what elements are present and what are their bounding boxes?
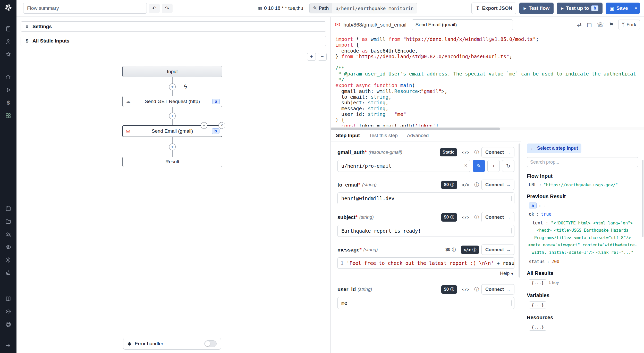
undo-button[interactable]: ↶	[149, 4, 160, 13]
static-mode-pill[interactable]: $0ⓘ	[441, 181, 457, 189]
box-icon[interactable]: ▢	[587, 22, 592, 28]
step-name-input[interactable]	[412, 19, 513, 30]
object-badge[interactable]: {...}	[529, 279, 546, 286]
flow-settings-button[interactable]: ≡ Settings	[21, 21, 326, 32]
object-badge[interactable]: {...}	[529, 301, 546, 308]
delete-node-icon[interactable]: ×	[218, 122, 225, 129]
flag-icon[interactable]: ⚑	[609, 22, 614, 28]
variables-dollar-icon[interactable]: $	[4, 99, 12, 107]
test-flow-button[interactable]: ▶ Test flow	[519, 3, 554, 14]
insert-step-button[interactable]: +	[169, 113, 176, 119]
flow-summary-input[interactable]	[23, 3, 147, 14]
prop-row-text[interactable]: text : "<!DOCTYPE html> <html lang="en">…	[527, 219, 638, 256]
all-static-inputs-button[interactable]: $ All Static Inputs	[21, 36, 326, 46]
connect-button[interactable]: Connect→	[481, 212, 514, 222]
code-mode-toggle[interactable]: </>	[460, 285, 472, 293]
code-mode-toggle[interactable]: </>	[460, 148, 472, 156]
apps-icon[interactable]	[4, 112, 12, 120]
info-icon[interactable]: ⓘ	[474, 286, 479, 292]
clear-icon[interactable]: ×	[464, 163, 467, 169]
export-json-button[interactable]: ↧ Export JSON	[471, 3, 516, 14]
resources-row[interactable]: {...}	[527, 324, 638, 331]
zoom-in-button[interactable]: +	[307, 53, 316, 61]
runs-play-icon[interactable]	[4, 86, 12, 94]
static-mode-pill[interactable]: $0ⓘ	[441, 285, 457, 294]
redo-button[interactable]: ↷	[162, 4, 173, 13]
phone-icon[interactable]: ☏	[597, 22, 604, 28]
insert-step-button[interactable]: +	[169, 144, 176, 150]
tab-step-input[interactable]: Step Input	[336, 133, 360, 141]
path-widget[interactable]: ✎ Path u/henri/earthquake_monitorin	[309, 3, 417, 13]
code-editor[interactable]: import * as wmill from "https://deno.lan…	[331, 33, 644, 127]
insert-step-button[interactable]: +	[169, 83, 176, 90]
object-badge[interactable]: {...}	[529, 324, 546, 331]
connect-button[interactable]: Connect→	[481, 147, 514, 157]
connect-button[interactable]: Connect→	[481, 180, 514, 190]
discord-icon[interactable]	[4, 308, 12, 315]
static-mode-pill[interactable]: $0ⓘ	[441, 213, 457, 222]
expand-sidebar-icon[interactable]	[4, 342, 12, 349]
move-node-icon[interactable]: +	[201, 122, 207, 129]
prop-row-ok[interactable]: ok : true	[527, 212, 638, 217]
connect-button[interactable]: Connect→	[481, 284, 514, 295]
variables-row[interactable]: {...}	[527, 301, 638, 308]
audit-eye-icon[interactable]	[4, 243, 12, 251]
resize-handle-icon[interactable]	[511, 300, 512, 306]
test-up-to-button[interactable]: ▶ Test up to b	[557, 3, 603, 14]
static-mode-pill[interactable]: Static	[440, 148, 457, 156]
vertical-scrollbar[interactable]	[642, 160, 643, 237]
zoom-out-button[interactable]: −	[318, 53, 327, 61]
user-icon[interactable]	[4, 38, 12, 45]
search-prop-input[interactable]	[527, 157, 638, 167]
clipboard-icon[interactable]	[4, 25, 12, 32]
swap-icon[interactable]: ⇄	[577, 22, 582, 28]
groups-icon[interactable]	[4, 230, 12, 238]
expression-code[interactable]: 'Feel free to check out the latest repor…	[346, 260, 514, 266]
save-dropdown-button[interactable]: ▾	[632, 3, 640, 14]
add-resource-button[interactable]: +	[487, 160, 500, 172]
prop-row-a[interactable]: a : -	[527, 203, 638, 208]
node-http-step[interactable]: ☁ Send GET Request (http) a	[122, 96, 222, 107]
windmill-logo[interactable]	[4, 3, 13, 12]
save-button[interactable]: ▣ Save	[606, 3, 632, 14]
vertical-scrollbar[interactable]	[519, 144, 520, 278]
edit-resource-button[interactable]: ✎	[473, 160, 485, 172]
fork-button[interactable]: ᛘ Fork	[618, 20, 640, 30]
refresh-resource-button[interactable]: ↻	[502, 160, 514, 172]
folders-icon[interactable]	[4, 217, 12, 225]
github-icon[interactable]	[4, 321, 12, 328]
error-handler-toggle[interactable]	[204, 340, 217, 347]
info-icon[interactable]: ⓘ	[474, 214, 479, 220]
tab-test-this-step[interactable]: Test this step	[369, 133, 398, 141]
connect-button[interactable]: Connect→	[481, 245, 514, 255]
info-icon[interactable]: ⓘ	[474, 149, 479, 155]
user-id-input[interactable]	[337, 297, 514, 309]
home-icon[interactable]	[4, 73, 12, 81]
subject-input[interactable]	[337, 225, 514, 237]
schedules-calendar-icon[interactable]	[4, 205, 12, 212]
code-mode-toggle[interactable]: </>ⓘ	[461, 246, 479, 254]
static-mode-pill[interactable]: $0ⓘ	[443, 246, 459, 254]
gear-icon[interactable]	[4, 256, 12, 264]
tab-advanced[interactable]: Advanced	[407, 133, 429, 141]
resize-handle-icon[interactable]	[511, 196, 512, 201]
docs-book-icon[interactable]	[4, 295, 12, 302]
scrollbar-thumb[interactable]	[331, 128, 500, 130]
all-results-row[interactable]: {...} 1 key	[527, 279, 638, 286]
code-mode-toggle[interactable]: </>	[460, 181, 472, 189]
help-link[interactable]: Help	[500, 271, 510, 276]
prop-row-url[interactable]: URL : "https://earthquake.usgs.gov/"	[527, 182, 638, 187]
schedule-display[interactable]: ▦ 0 10 18 * * tue,thu	[258, 5, 303, 11]
bolt-icon[interactable]: ϟ	[184, 83, 187, 90]
star-icon[interactable]	[4, 51, 12, 58]
node-input[interactable]: Input	[122, 66, 222, 77]
horizontal-scrollbar[interactable]	[331, 127, 644, 130]
prop-row-status[interactable]: status : 200	[527, 259, 638, 264]
to-email-input[interactable]	[337, 192, 514, 204]
node-gmail-step[interactable]: ✉ Send Email (gmail) b + ×	[122, 125, 222, 137]
code-mode-toggle[interactable]: </>	[460, 213, 472, 221]
message-expression-editor[interactable]: 1 'Feel free to check out the latest rep…	[337, 257, 514, 269]
resize-handle-icon[interactable]	[511, 228, 512, 233]
gmail-auth-resource-input[interactable]	[337, 160, 470, 172]
node-result[interactable]: Result	[122, 157, 222, 167]
